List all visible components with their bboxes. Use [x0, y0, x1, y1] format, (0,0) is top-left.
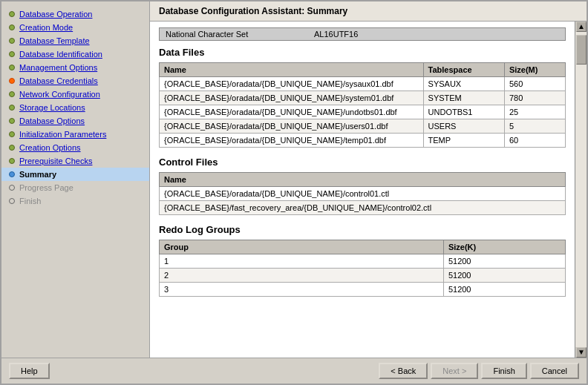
sidebar-label-database-identification: Database Identification [19, 50, 102, 59]
bullet-summary [7, 170, 16, 179]
control-files-title: Control Files [159, 157, 566, 168]
sidebar-label-management-options: Management Options [19, 63, 97, 72]
bullet-finish [7, 197, 16, 205]
sidebar-item-progress-page: Progress Page [1, 181, 149, 194]
table-row: {ORACLE_BASE}/oradata/{DB_UNIQUE_NAME}/t… [160, 134, 566, 148]
df-tablespace: SYSAUX [423, 77, 504, 91]
sidebar-label-database-credentials: Database Credentials [19, 76, 98, 85]
df-name: {ORACLE_BASE}/oradata/{DB_UNIQUE_NAME}/u… [160, 105, 424, 119]
cf-name: {ORACLE_BASE}/fast_recovery_area/{DB_UNI… [160, 201, 566, 215]
table-row: {ORACLE_BASE}/oradata/{DB_UNIQUE_NAME}/s… [160, 77, 566, 91]
scroll-thumb[interactable] [576, 35, 587, 65]
sidebar-label-database-operation: Database Operation [19, 10, 92, 19]
top-row: National Character Set AL16UTF16 [159, 27, 566, 41]
bullet-progress-page [7, 183, 16, 192]
back-button[interactable]: < Back [379, 363, 428, 379]
df-tablespace: TEMP [423, 134, 504, 148]
sidebar-label-finish: Finish [19, 197, 41, 205]
df-size: 25 [504, 105, 565, 119]
bullet-creation-mode [7, 23, 16, 32]
table-row: {ORACLE_BASE}/oradata/{DB_UNIQUE_NAME}/u… [160, 105, 566, 119]
bullet-database-template [7, 36, 16, 45]
top-row-value: AL16UTF16 [314, 30, 559, 39]
sidebar-item-creation-mode[interactable]: Creation Mode [1, 21, 149, 34]
sidebar-label-storage-locations: Storage Locations [19, 103, 85, 112]
main-window: Database OperationCreation ModeDatabase … [0, 0, 588, 385]
scrollbar[interactable]: ▲ ▼ [575, 22, 587, 358]
sidebar-item-database-options[interactable]: Database Options [1, 114, 149, 128]
sidebar: Database OperationCreation ModeDatabase … [1, 1, 150, 358]
redo-log-col-group: Group [160, 240, 444, 254]
bullet-initialization-parameters [7, 130, 16, 139]
sidebar-label-creation-options: Creation Options [19, 143, 81, 152]
sidebar-label-prerequisite-checks: Prerequisite Checks [19, 157, 92, 165]
rl-size: 51200 [443, 269, 565, 283]
data-files-table: Name Tablespace Size(M) {ORACLE_BASE}/or… [159, 62, 566, 148]
control-files-col-name: Name [160, 173, 566, 187]
sidebar-label-database-template: Database Template [19, 36, 90, 45]
sidebar-item-database-credentials[interactable]: Database Credentials [1, 74, 149, 88]
sidebar-item-summary[interactable]: Summary [1, 168, 149, 181]
df-name: {ORACLE_BASE}/oradata/{DB_UNIQUE_NAME}/u… [160, 119, 424, 134]
sidebar-item-initialization-parameters[interactable]: Initialization Parameters [1, 128, 149, 141]
df-name: {ORACLE_BASE}/oradata/{DB_UNIQUE_NAME}/s… [160, 77, 424, 91]
bullet-creation-options [7, 143, 16, 152]
table-row: {ORACLE_BASE}/oradata/{DB_UNIQUE_NAME}/c… [160, 187, 566, 201]
next-button[interactable]: Next > [431, 363, 478, 379]
sidebar-label-summary: Summary [19, 170, 56, 179]
table-row: 151200 [160, 254, 566, 269]
sidebar-item-database-operation[interactable]: Database Operation [1, 7, 149, 21]
table-row: {ORACLE_BASE}/oradata/{DB_UNIQUE_NAME}/s… [160, 91, 566, 105]
bullet-prerequisite-checks [7, 157, 16, 165]
sidebar-label-initialization-parameters: Initialization Parameters [19, 130, 106, 139]
sidebar-label-progress-page: Progress Page [19, 183, 74, 192]
sidebar-item-creation-options[interactable]: Creation Options [1, 141, 149, 154]
sidebar-item-finish: Finish [1, 194, 149, 208]
df-name: {ORACLE_BASE}/oradata/{DB_UNIQUE_NAME}/s… [160, 91, 424, 105]
table-row: {ORACLE_BASE}/oradata/{DB_UNIQUE_NAME}/u… [160, 119, 566, 134]
redo-log-title: Redo Log Groups [159, 224, 566, 235]
df-tablespace: SYSTEM [423, 91, 504, 105]
main-scroll[interactable]: National Character Set AL16UTF16 Data Fi… [150, 22, 575, 358]
rl-size: 51200 [443, 283, 565, 297]
bullet-database-operation [7, 10, 16, 19]
rl-size: 51200 [443, 254, 565, 269]
df-size: 780 [504, 91, 565, 105]
bullet-network-configuration [7, 90, 16, 99]
data-files-title: Data Files [159, 47, 566, 58]
sidebar-item-database-identification[interactable]: Database Identification [1, 47, 149, 61]
sidebar-label-database-options: Database Options [19, 116, 85, 125]
redo-log-col-size: Size(K) [443, 240, 565, 254]
footer: Help < Back Next > Finish Cancel [1, 358, 587, 384]
bullet-management-options [7, 63, 16, 72]
sidebar-item-prerequisite-checks[interactable]: Prerequisite Checks [1, 154, 149, 168]
control-files-table: Name {ORACLE_BASE}/oradata/{DB_UNIQUE_NA… [159, 172, 566, 215]
sidebar-item-network-configuration[interactable]: Network Configuration [1, 88, 149, 101]
sidebar-label-network-configuration: Network Configuration [19, 90, 100, 99]
top-row-label: National Character Set [166, 30, 314, 39]
sidebar-item-management-options[interactable]: Management Options [1, 61, 149, 74]
df-size: 5 [504, 119, 565, 134]
cf-name: {ORACLE_BASE}/oradata/{DB_UNIQUE_NAME}/c… [160, 187, 566, 201]
scroll-down-button[interactable]: ▼ [576, 347, 587, 358]
content-area: Database OperationCreation ModeDatabase … [1, 1, 587, 358]
bullet-storage-locations [7, 103, 16, 112]
nav-buttons: < Back Next > Finish Cancel [379, 363, 579, 379]
main-panel: Database Configuration Assistant: Summar… [150, 1, 587, 358]
rl-group: 2 [160, 269, 444, 283]
table-row: 251200 [160, 269, 566, 283]
df-tablespace: USERS [423, 119, 504, 134]
help-button[interactable]: Help [9, 363, 50, 379]
table-row: {ORACLE_BASE}/fast_recovery_area/{DB_UNI… [160, 201, 566, 215]
scroll-up-button[interactable]: ▲ [576, 22, 587, 32]
rl-group: 1 [160, 254, 444, 269]
cancel-button[interactable]: Cancel [530, 363, 579, 379]
df-size: 60 [504, 134, 565, 148]
sidebar-item-database-template[interactable]: Database Template [1, 34, 149, 47]
data-files-col-tablespace: Tablespace [423, 63, 504, 77]
finish-button[interactable]: Finish [481, 363, 526, 379]
sidebar-item-storage-locations[interactable]: Storage Locations [1, 101, 149, 114]
sidebar-label-creation-mode: Creation Mode [19, 23, 73, 32]
bullet-database-credentials [7, 76, 16, 85]
df-name: {ORACLE_BASE}/oradata/{DB_UNIQUE_NAME}/t… [160, 134, 424, 148]
